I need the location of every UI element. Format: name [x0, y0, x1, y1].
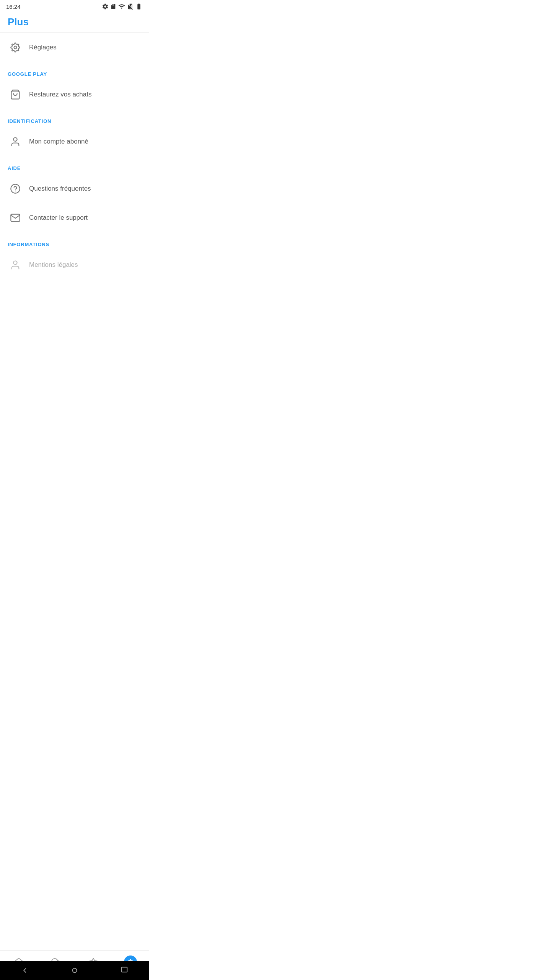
mentions-label: Mentions légales — [29, 261, 78, 269]
support-label: Contacter le support — [29, 214, 88, 222]
sdcard-status-icon — [110, 3, 116, 10]
shopping-bag-icon — [8, 87, 23, 102]
status-icons — [102, 3, 143, 10]
wifi-status-icon — [118, 3, 126, 10]
aide-section: AIDE Questions fréquentes Contacter le s… — [0, 156, 149, 232]
battery-status-icon — [135, 3, 143, 10]
restaurer-label: Restaurez vos achats — [29, 91, 91, 98]
status-time: 16:24 — [6, 3, 21, 10]
header: Plus — [0, 11, 149, 33]
reglages-item[interactable]: Réglages — [0, 33, 149, 62]
google-play-section: GOOGLE PLAY Restaurez vos achats — [0, 62, 149, 109]
android-nav-bar — [0, 961, 149, 980]
restaurer-item[interactable]: Restaurez vos achats — [0, 80, 149, 109]
compte-label: Mon compte abonné — [29, 138, 88, 145]
android-home-button[interactable] — [70, 966, 79, 975]
google-play-section-label: GOOGLE PLAY — [0, 62, 149, 80]
mentions-item[interactable]: Mentions légales — [0, 250, 149, 279]
android-recents-button[interactable] — [120, 965, 129, 975]
help-circle-icon — [8, 181, 23, 196]
reglages-label: Réglages — [29, 44, 57, 51]
informations-section: INFORMATIONS Mentions légales — [0, 232, 149, 279]
compte-item[interactable]: Mon compte abonné — [0, 127, 149, 156]
support-item[interactable]: Contacter le support — [0, 203, 149, 232]
svg-point-4 — [130, 959, 131, 960]
page-title: Plus — [8, 16, 29, 28]
user-icon — [8, 134, 23, 149]
svg-rect-10 — [122, 967, 127, 972]
identification-section: IDENTIFICATION Mon compte abonné — [0, 109, 149, 156]
svg-point-0 — [11, 184, 20, 193]
svg-point-9 — [73, 969, 77, 973]
faq-label: Questions fréquentes — [29, 185, 91, 193]
content-area: Réglages GOOGLE PLAY Restaurez vos achat… — [0, 33, 149, 333]
faq-item[interactable]: Questions fréquentes — [0, 174, 149, 203]
gear-icon — [8, 40, 23, 55]
status-bar: 16:24 — [0, 0, 149, 11]
settings-status-icon — [102, 3, 109, 10]
mentions-user-icon — [8, 257, 23, 273]
mail-icon — [8, 210, 23, 225]
aide-section-label: AIDE — [0, 156, 149, 174]
informations-section-label: INFORMATIONS — [0, 232, 149, 250]
android-back-button[interactable] — [21, 966, 29, 975]
settings-section: Réglages — [0, 33, 149, 62]
signal-status-icon — [127, 3, 133, 10]
identification-section-label: IDENTIFICATION — [0, 109, 149, 127]
